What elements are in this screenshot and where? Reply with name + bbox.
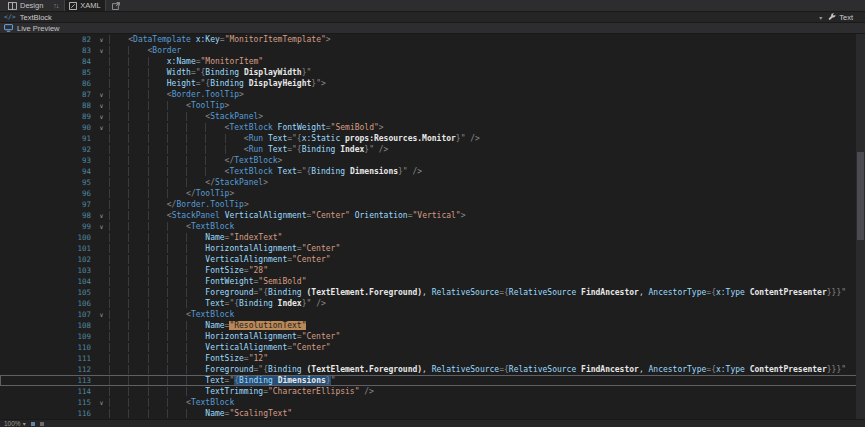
- code-line[interactable]: 82∨ <DataTemplate x:Key="MonitorItemTemp…: [0, 34, 865, 45]
- status-icon[interactable]: [40, 422, 44, 426]
- line-number[interactable]: 90: [0, 122, 94, 133]
- code-text[interactable]: FontSize="12": [109, 353, 865, 364]
- line-number[interactable]: 114: [0, 386, 94, 397]
- line-number[interactable]: 101: [0, 243, 94, 254]
- line-number[interactable]: 108: [0, 320, 94, 331]
- line-number[interactable]: 98: [0, 210, 94, 221]
- code-text[interactable]: Foreground="{Binding (TextElement.Foregr…: [109, 287, 865, 298]
- fold-chevron-icon[interactable]: ∨: [94, 221, 109, 232]
- line-number[interactable]: 82: [0, 34, 94, 45]
- fold-chevron-icon[interactable]: ∨: [94, 309, 109, 320]
- code-line[interactable]: 88∨ <ToolTip>: [0, 100, 865, 111]
- code-line[interactable]: 95 </StackPanel>: [0, 177, 865, 188]
- code-text[interactable]: Name="IndexText": [109, 232, 865, 243]
- code-text[interactable]: </StackPanel>: [109, 177, 865, 188]
- fold-chevron-icon[interactable]: ∨: [94, 45, 109, 56]
- code-line[interactable]: 94 <TextBlock Text="{Binding Dimensions}…: [0, 166, 865, 177]
- code-line[interactable]: 100 Name="IndexText": [0, 232, 865, 243]
- line-number[interactable]: 116: [0, 408, 94, 419]
- code-line[interactable]: 102 VerticalAlignment="Center": [0, 254, 865, 265]
- code-line[interactable]: 87∨ <Border.ToolTip>: [0, 89, 865, 100]
- code-line[interactable]: 112 Foreground="{Binding (TextElement.Fo…: [0, 364, 865, 375]
- popout-window-icon[interactable]: [112, 2, 120, 10]
- code-text[interactable]: </ToolTip>: [109, 188, 865, 199]
- code-text[interactable]: <StackPanel VerticalAlignment="Center" O…: [109, 210, 865, 221]
- code-line[interactable]: 107∨ <TextBlock: [0, 309, 865, 320]
- code-line[interactable]: 98∨ <StackPanel VerticalAlignment="Cente…: [0, 210, 865, 221]
- code-line[interactable]: 110 VerticalAlignment="Center": [0, 342, 865, 353]
- code-text[interactable]: <Run Text="{x:Static props:Resources.Mon…: [109, 133, 865, 144]
- line-number[interactable]: 89: [0, 111, 94, 122]
- code-text[interactable]: Name="ResolutionText": [109, 320, 865, 331]
- code-line[interactable]: 113 Text="{Binding Dimensions}": [0, 375, 865, 386]
- line-number[interactable]: 100: [0, 232, 94, 243]
- code-text[interactable]: <ToolTip>: [109, 100, 865, 111]
- line-number[interactable]: 115: [0, 397, 94, 408]
- fold-chevron-icon[interactable]: ∨: [94, 111, 109, 122]
- code-line[interactable]: 96 </ToolTip>: [0, 188, 865, 199]
- code-line[interactable]: 97 </Border.ToolTip>: [0, 199, 865, 210]
- code-line[interactable]: 92 <Run Text="{Binding Index}" />: [0, 144, 865, 155]
- code-line[interactable]: 114 TextTrimming="CharacterEllipsis" />: [0, 386, 865, 397]
- code-text[interactable]: <DataTemplate x:Key="MonitorItemTemplate…: [109, 34, 865, 45]
- line-number[interactable]: 104: [0, 276, 94, 287]
- code-text[interactable]: <TextBlock: [109, 221, 865, 232]
- line-number[interactable]: 96: [0, 188, 94, 199]
- code-line[interactable]: 116 Name="ScalingText": [0, 408, 865, 419]
- fold-chevron-icon[interactable]: ∨: [94, 122, 109, 133]
- property-chip[interactable]: Text: [828, 13, 853, 22]
- line-number[interactable]: 84: [0, 56, 94, 67]
- code-line[interactable]: 104 FontWeight="SemiBold": [0, 276, 865, 287]
- vertical-scrollbar[interactable]: [856, 34, 865, 419]
- line-number[interactable]: 93: [0, 155, 94, 166]
- code-text[interactable]: <TextBlock: [109, 309, 865, 320]
- code-line[interactable]: 109 HorizontalAlignment="Center": [0, 331, 865, 342]
- code-line[interactable]: 86 Height="{Binding DisplayHeight}">: [0, 78, 865, 89]
- design-tab[interactable]: Design: [4, 0, 47, 11]
- code-line[interactable]: 99∨ <TextBlock: [0, 221, 865, 232]
- line-number[interactable]: 99: [0, 221, 94, 232]
- code-text[interactable]: </TextBlock>: [109, 155, 865, 166]
- line-number[interactable]: 83: [0, 45, 94, 56]
- line-number[interactable]: 92: [0, 144, 94, 155]
- scrollbar-thumb[interactable]: [857, 152, 864, 240]
- line-number[interactable]: 109: [0, 331, 94, 342]
- fold-chevron-icon[interactable]: ∨: [94, 100, 109, 111]
- line-number[interactable]: 87: [0, 89, 94, 100]
- code-text[interactable]: <StackPanel>: [109, 111, 865, 122]
- line-number[interactable]: 103: [0, 265, 94, 276]
- line-number[interactable]: 102: [0, 254, 94, 265]
- status-icon[interactable]: [31, 422, 35, 426]
- line-number[interactable]: 111: [0, 353, 94, 364]
- code-text[interactable]: <TextBlock FontWeight="SemiBold">: [109, 122, 865, 133]
- code-text[interactable]: HorizontalAlignment="Center": [109, 331, 865, 342]
- code-line[interactable]: 91 <Run Text="{x:Static props:Resources.…: [0, 133, 865, 144]
- line-number[interactable]: 97: [0, 199, 94, 210]
- code-line[interactable]: 101 HorizontalAlignment="Center": [0, 243, 865, 254]
- line-number[interactable]: 112: [0, 364, 94, 375]
- code-text[interactable]: Height="{Binding DisplayHeight}">: [109, 78, 865, 89]
- code-text[interactable]: VerticalAlignment="Center": [109, 342, 865, 353]
- zoom-select[interactable]: 100% ▾: [4, 420, 26, 427]
- code-text[interactable]: <TextBlock: [109, 397, 865, 408]
- swap-panes-icon[interactable]: ↑↓: [53, 2, 58, 9]
- code-text[interactable]: TextTrimming="CharacterEllipsis" />: [109, 386, 865, 397]
- code-text[interactable]: FontWeight="SemiBold": [109, 276, 865, 287]
- line-number[interactable]: 113: [0, 375, 94, 386]
- code-line[interactable]: 105 Foreground="{Binding (TextElement.Fo…: [0, 287, 865, 298]
- code-text[interactable]: x:Name="MonitorItem": [109, 56, 865, 67]
- code-text[interactable]: Width="{Binding DisplayWidth}": [109, 67, 865, 78]
- code-text[interactable]: HorizontalAlignment="Center": [109, 243, 865, 254]
- xaml-tab[interactable]: XAML: [64, 0, 105, 11]
- line-number[interactable]: 85: [0, 67, 94, 78]
- fold-chevron-icon[interactable]: ∨: [94, 34, 109, 45]
- fold-chevron-icon[interactable]: ∨: [94, 210, 109, 221]
- code-text[interactable]: Text="{Binding Dimensions}": [109, 375, 865, 386]
- code-text[interactable]: <Border: [109, 45, 865, 56]
- code-line[interactable]: 93 </TextBlock>: [0, 155, 865, 166]
- code-line[interactable]: 84 x:Name="MonitorItem": [0, 56, 865, 67]
- code-text[interactable]: VerticalAlignment="Center": [109, 254, 865, 265]
- line-number[interactable]: 110: [0, 342, 94, 353]
- code-line[interactable]: 108 Name="ResolutionText": [0, 320, 865, 331]
- code-line[interactable]: 83∨ <Border: [0, 45, 865, 56]
